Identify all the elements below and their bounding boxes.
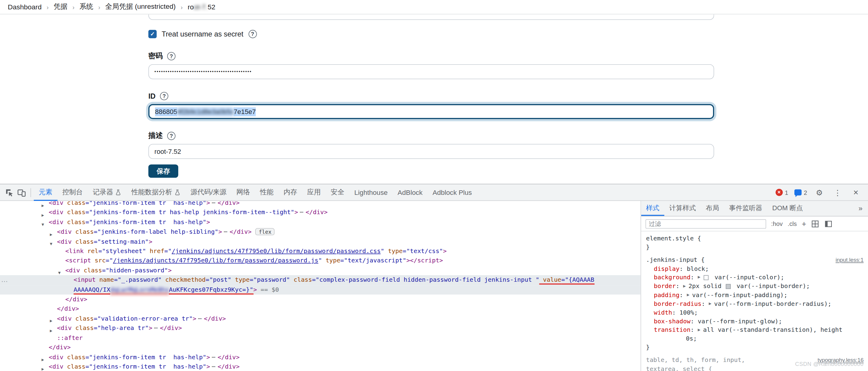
breadcrumb-item[interactable]: Dashboard — [8, 3, 42, 11]
id-input[interactable]: 8868054f2b9c1d8e3a0b5c7e15e7 — [148, 104, 714, 119]
devtools-tab[interactable]: 应用 — [302, 184, 326, 200]
hov-button[interactable]: :hov — [771, 220, 783, 227]
code-token: class — [63, 353, 85, 361]
tree-line[interactable]: ▼<div class="setting-main"> — [0, 237, 641, 246]
tree-line[interactable]: ▼<div class="hidden-password"> — [0, 266, 641, 275]
more-tabs-icon[interactable]: » — [853, 201, 868, 216]
styles-tab[interactable]: 布局 — [701, 201, 724, 216]
tree-line[interactable]: ::after — [0, 333, 641, 343]
devtools-tab[interactable]: Lighthouse — [349, 184, 392, 200]
color-swatch-white[interactable] — [704, 275, 709, 280]
inspect-element-icon[interactable] — [3, 186, 16, 199]
color-swatch-gray[interactable] — [726, 284, 731, 289]
devtools-tab[interactable]: 安全 — [326, 184, 349, 200]
tree-line[interactable]: <input name="_.password" checkmethod="po… — [0, 275, 641, 285]
devtools-tab[interactable]: Adblock Plus — [428, 184, 477, 200]
tree-line[interactable]: ▼<div class="jenkins-form-item tr has-he… — [0, 217, 641, 227]
devtools-tab[interactable]: 控制台 — [57, 184, 88, 200]
tree-line[interactable]: ▶<div class="jenkins-form-label help-sib… — [0, 227, 641, 237]
tree-line[interactable]: </div> — [0, 295, 641, 304]
code-token: <div — [49, 201, 64, 206]
css-source-link[interactable]: input.less:1 — [836, 256, 864, 264]
code-token: </div> — [57, 305, 79, 312]
help-icon-username-secret[interactable]: ? — [248, 30, 257, 38]
collapsed-arrow-icon[interactable]: ▶ — [42, 365, 44, 371]
breadcrumb-item[interactable]: 凭据 — [54, 2, 67, 11]
username-field-partial[interactable] — [148, 14, 714, 20]
devtools-tab[interactable]: 网络 — [231, 184, 255, 200]
sidebar-toggle-icon[interactable] — [825, 220, 833, 228]
tree-line[interactable]: </div> — [0, 304, 641, 314]
breadcrumb-item[interactable]: 全局凭据 (unrestricted) — [105, 2, 176, 11]
code-token: ="password" — [250, 276, 290, 283]
help-icon-description[interactable]: ? — [167, 131, 176, 140]
code-token: > — [206, 353, 210, 361]
tree-line[interactable]: <link rel="stylesheet" href="/jenkins/ad… — [0, 246, 641, 256]
code-token: class — [63, 201, 85, 206]
styles-tab[interactable]: 计算样式 — [664, 201, 701, 216]
tree-line[interactable]: ▶<div class="jenkins-form-item tr has-he… — [0, 352, 641, 362]
styles-tab[interactable]: 事件监听器 — [724, 201, 767, 216]
devtools-tab-label: 性能 — [260, 188, 274, 197]
code-token: class — [72, 238, 94, 245]
code-token: ="setting-main" — [94, 238, 149, 245]
tree-line[interactable]: </div> — [0, 343, 641, 352]
css-token: : — [690, 274, 698, 281]
css-token: : — [690, 327, 698, 334]
styles-tab[interactable]: 样式 — [641, 201, 664, 216]
help-icon-password[interactable]: ? — [167, 52, 176, 60]
devtools-tab[interactable]: 元素 — [34, 184, 57, 200]
code-token: class — [80, 267, 102, 274]
devtools-tab[interactable]: AdBlock — [393, 184, 428, 200]
save-button[interactable]: 保存 — [148, 164, 178, 178]
code-token: > — [206, 219, 210, 226]
devtools-tab[interactable]: 源代码/来源 — [185, 184, 231, 200]
kebab-menu-icon[interactable]: ⋮ — [832, 186, 843, 199]
devtools-tab[interactable]: 性能数据分析 — [126, 184, 185, 200]
password-masked-value: ••••••••••••••••••••••••••••••••••••••••… — [154, 69, 252, 74]
close-devtools-icon[interactable]: ✕ — [849, 186, 862, 199]
flex-badge[interactable]: flex — [255, 228, 275, 236]
device-toolbar-icon[interactable] — [16, 186, 27, 199]
issues-badge[interactable]: 2 — [795, 189, 807, 196]
styles-tab[interactable]: DOM 断点 — [767, 201, 808, 216]
id-value-prefix: 886805 — [155, 107, 177, 116]
tree-line[interactable]: <script src="/jenkins/adjuncts/47f795e0/… — [0, 256, 641, 266]
devtools-tab[interactable]: 内存 — [279, 184, 302, 200]
password-input[interactable]: ••••••••••••••••••••••••••••••••••••••••… — [148, 64, 714, 79]
devtools-tab-label: 应用 — [307, 188, 320, 197]
code-token: ="jenkins-form-item tr has-help" — [85, 353, 206, 361]
new-style-rule-button[interactable]: + — [802, 219, 806, 228]
code-token: </div> — [229, 228, 251, 236]
tree-line[interactable]: ▶<div class="jenkins-form-item tr has-he… — [0, 201, 641, 208]
devtools-tab[interactable]: 记录器 — [88, 184, 126, 200]
code-token: ="help-area tr" — [94, 324, 149, 332]
breadcrumb-item[interactable]: 系统 — [79, 2, 93, 11]
watermark: CSDN @Rambooooooooo — [795, 361, 864, 367]
css-token: var(--form-input-border-radius); — [714, 301, 832, 308]
styles-filter-input[interactable] — [645, 219, 766, 228]
console-error-badge[interactable]: ✕ 1 — [775, 189, 788, 196]
treat-username-secret-checkbox[interactable]: ✓ — [148, 30, 157, 38]
help-icon-id[interactable]: ? — [160, 92, 168, 100]
tree-line[interactable]: ▶<div class="validation-error-area tr">⋯… — [0, 314, 641, 323]
tree-line[interactable]: ▶<div class="jenkins-form-item tr has-he… — [0, 362, 641, 371]
grid-overlay-icon[interactable] — [811, 220, 820, 228]
code-token: ="_.password" — [114, 276, 162, 283]
devtools-tab-label: 记录器 — [93, 188, 113, 197]
css-token: border-radius — [654, 301, 702, 308]
devtools-tab[interactable]: 性能 — [255, 184, 279, 200]
settings-gear-icon[interactable]: ⚙ — [813, 186, 825, 199]
style-row: width: 100%; — [641, 308, 868, 317]
tree-line[interactable]: ▶<div class="help-area tr">⋯</div> — [0, 323, 641, 333]
description-input[interactable]: root-7.52 — [148, 144, 714, 159]
cls-button[interactable]: .cls — [788, 220, 797, 227]
tree-line[interactable]: AAAAAQQ/IXdqLwrMqLornMe8hxAuKFKcges07Fqb… — [0, 285, 641, 295]
tree-line[interactable]: ▶<div class="jenkins-form-item tr has-he… — [0, 208, 641, 217]
devtools-tabs: 元素控制台记录器性能数据分析源代码/来源网络性能内存应用安全Lighthouse… — [34, 184, 477, 200]
id-label-row: ID ? — [148, 91, 168, 101]
devtools-tab-label: 控制台 — [62, 188, 83, 197]
overflow-dots[interactable]: ⋯ — [1, 278, 8, 285]
breadcrumb: Dashboard›凭据›系统›全局凭据 (unrestricted)›root… — [8, 2, 215, 11]
breadcrumb-current[interactable]: root-7.52 — [188, 3, 215, 11]
